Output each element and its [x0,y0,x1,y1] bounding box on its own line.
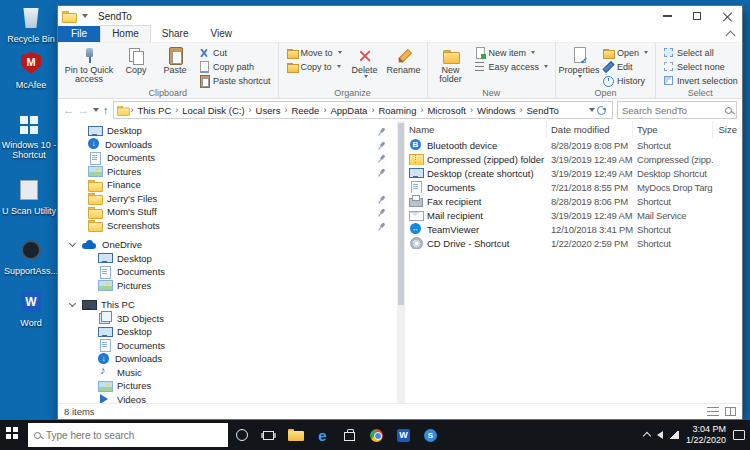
nav-item-pc-pictures[interactable]: Pictures [58,379,397,393]
expand-chevron-icon[interactable] [69,240,76,247]
crumb-microsoft[interactable]: Microsoft [424,105,469,116]
new-item-button[interactable]: New item [472,46,551,59]
maximize-button[interactable] [682,6,712,26]
scrollbar-thumb[interactable] [398,123,404,305]
cut-button[interactable]: Cut [196,46,273,59]
cortana-button[interactable] [228,420,255,450]
file-row-fax-recipient[interactable]: Fax recipient 8/28/2019 8:06 PM Shortcut [405,194,742,208]
search-box[interactable] [617,101,737,119]
desktop-icon-mcafee[interactable]: McAfee [2,52,60,90]
word-button[interactable]: W [390,420,417,450]
move-to-button[interactable]: Move to [284,46,344,59]
action-center-icon[interactable] [733,430,745,440]
desktop-icon-word[interactable]: Word [2,292,60,328]
select-none-button[interactable]: Select none [661,60,740,73]
copy-path-button[interactable]: Copy path [196,60,273,73]
collapse-ribbon-icon[interactable] [726,31,736,41]
nav-item-moms-stuff[interactable]: Mom's Stuff [58,205,397,219]
properties-button[interactable]: Properties [561,45,597,78]
crumb-sendto[interactable]: SendTo [524,105,562,116]
tab-file[interactable]: File [58,26,100,42]
file-row-bluetooth-device[interactable]: Bluetooth device 8/28/2019 8:08 PM Short… [405,138,742,152]
tab-view[interactable]: View [200,26,244,42]
column-header-type[interactable]: Type [633,121,713,138]
file-row-compressed-folder[interactable]: Compressed (zipped) folder 3/19/2019 12:… [405,152,742,166]
nav-item-onedrive-documents[interactable]: Documents [58,265,397,279]
column-header-name[interactable]: Name [405,121,547,138]
recent-locations-caret-icon[interactable] [93,108,99,112]
nav-item-3d-objects[interactable]: 3D Objects [58,312,397,326]
taskbar-search[interactable] [28,423,228,447]
file-row-cd-drive-shortcut[interactable]: CD Drive - Shortcut 1/22/2020 2:59 PM Sh… [405,236,742,250]
crumb-reede[interactable]: Reede [288,105,322,116]
desktop-icon-supportassist[interactable]: SupportAss... [2,240,60,276]
nav-item-finance[interactable]: Finance [58,178,397,192]
nav-item-pictures[interactable]: Pictures [58,165,397,179]
crumb-local-disk[interactable]: Local Disk (C:) [179,105,247,116]
nav-item-jerrys-files[interactable]: Jerry's Files [58,192,397,206]
close-button[interactable] [712,6,742,26]
address-dropdown-caret-icon[interactable] [589,108,595,112]
details-view-icon[interactable] [707,407,719,416]
taskbar-search-input[interactable] [46,430,222,441]
column-header-date-modified[interactable]: Date modified [547,121,633,138]
open-button[interactable]: Open [600,46,650,59]
nav-item-onedrive[interactable]: OneDrive [58,238,397,252]
nav-item-pc-documents[interactable]: Documents [58,339,397,353]
nav-item-screenshots[interactable]: Screenshots [58,219,397,233]
column-header-size[interactable]: Size [713,121,741,138]
crumb-appdata[interactable]: AppData [327,105,370,116]
large-icons-view-icon[interactable] [725,407,736,416]
network-icon[interactable] [670,431,679,439]
copy-button[interactable]: Copy [118,45,154,75]
invert-selection-button[interactable]: Invert selection [661,74,740,87]
paste-shortcut-button[interactable]: Paste shortcut [196,74,273,87]
task-view-button[interactable] [255,420,282,450]
tab-share[interactable]: Share [151,26,200,42]
easy-access-button[interactable]: Easy access [472,60,551,73]
desktop-icon-windows10-shortcut[interactable]: Windows 10 - Shortcut [0,116,58,161]
nav-item-documents[interactable]: Documents [58,151,397,165]
edit-button[interactable]: Edit [600,60,650,73]
title-bar[interactable]: SendTo [58,6,742,26]
crumb-roaming[interactable]: Roaming [375,105,419,116]
file-row-documents[interactable]: Documents 7/21/2018 8:55 PM MyDocs Drop … [405,180,742,194]
rename-button[interactable]: Rename [386,45,422,75]
nav-item-onedrive-desktop[interactable]: Desktop [58,252,397,266]
new-folder-button[interactable]: New folder [433,45,469,85]
file-row-teamviewer[interactable]: TeamViewer 12/10/2018 3:41 PM Shortcut [405,222,742,236]
desktop-icon-uscan-utility[interactable]: U Scan Utility [0,180,58,216]
start-button[interactable] [0,420,28,450]
expand-chevron-icon[interactable] [69,300,76,307]
qat-customize-caret-icon[interactable] [82,14,88,18]
nav-item-downloads[interactable]: Downloads [58,138,397,152]
pin-to-quick-access-button[interactable]: Pin to Quick access [63,45,115,85]
crumb-this-pc[interactable]: This PC [135,105,175,116]
file-explorer-button[interactable] [282,420,309,450]
edge-button[interactable]: e [309,420,336,450]
nav-item-pc-music[interactable]: Music [58,366,397,380]
chrome-button[interactable] [363,420,390,450]
copy-to-button[interactable]: Copy to [284,60,344,73]
tray-expand-caret-icon[interactable] [643,432,651,440]
crumb-users[interactable]: Users [253,105,284,116]
nav-item-pc-downloads[interactable]: Downloads [58,352,397,366]
nav-scrollbar[interactable] [397,121,405,403]
file-row-desktop-create-shortcut[interactable]: Desktop (create shortcut) 3/19/2019 12:4… [405,166,742,180]
forward-button[interactable]: → [78,105,89,116]
tab-home[interactable]: Home [100,25,151,42]
nav-item-this-pc[interactable]: This PC [58,298,397,312]
skype-button[interactable]: S [417,420,444,450]
nav-item-pc-desktop[interactable]: Desktop [58,325,397,339]
volume-icon[interactable] [657,431,663,439]
nav-item-onedrive-pictures[interactable]: Pictures [58,279,397,293]
delete-button[interactable]: Delete [347,45,383,78]
back-button[interactable]: ← [63,105,74,116]
store-button[interactable] [336,420,363,450]
minimize-button[interactable] [652,6,682,26]
file-row-mail-recipient[interactable]: Mail recipient 3/19/2019 12:49 AM Mail S… [405,208,742,222]
nav-item-pc-videos[interactable]: Videos [58,393,397,404]
taskbar-clock[interactable]: 3:04 PM 1/22/2020 [686,424,726,447]
breadcrumb[interactable]: › This PC› Local Disk (C:)› Users› Reede… [113,101,614,119]
history-button[interactable]: History [600,74,650,87]
